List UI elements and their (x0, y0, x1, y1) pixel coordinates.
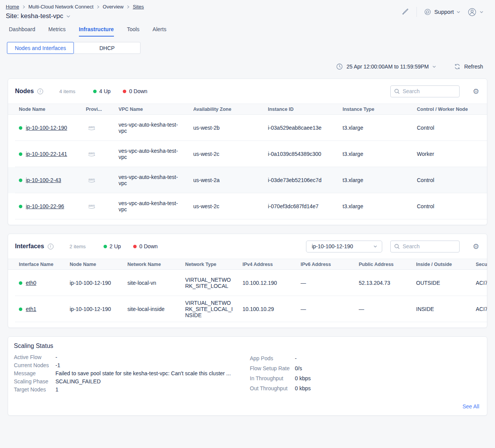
gear-icon[interactable]: ⚙ (473, 243, 479, 250)
breadcrumb-home-link[interactable]: Home (6, 4, 19, 10)
refresh-button[interactable]: Refresh (454, 63, 483, 70)
role-cell: Control (417, 177, 487, 183)
node-name-link[interactable]: ip-10-100-2-43 (26, 177, 61, 183)
node-name-cell: ip-10-100-12-190 (70, 280, 127, 286)
scaling-field: Target Nodes1 (14, 386, 250, 394)
col-ipv4-address: IPv4 Address (242, 262, 301, 267)
node-filter-select[interactable]: ip-10-100-12-190 (306, 241, 382, 252)
breadcrumb-mcn[interactable]: Multi-Cloud Network Connect (28, 4, 94, 10)
support-menu[interactable]: Support (424, 8, 460, 16)
scaling-field: MessageFailed to save pool state for sit… (14, 369, 250, 378)
account-menu[interactable] (467, 7, 483, 17)
site-title-chevron-down-icon[interactable] (66, 15, 70, 18)
clock-icon (336, 63, 343, 70)
node-row: ip-10-100-2-43 aws ves-vpc-auto-kesha-te… (8, 167, 487, 193)
svg-text:aws: aws (88, 177, 95, 181)
vpc-name-cell: ves-vpc-auto-kesha-test-vpc (119, 174, 193, 186)
interfaces-panel-header: Interfaces 2 items 2 Up 0 Down ip-10-100… (8, 234, 487, 259)
col-instance-type: Instance Type (343, 107, 417, 112)
node-status-dot (19, 152, 22, 156)
public-address-cell: 52.13.204.73 (359, 280, 416, 286)
interfaces-search-input[interactable] (403, 243, 456, 249)
interfaces-up-label: 2 Up (110, 243, 121, 249)
breadcrumb: Home Multi-Cloud Network Connect Overvie… (6, 4, 144, 10)
support-chevron-down-icon (457, 11, 460, 13)
instance-type-cell: t3.xlarge (343, 125, 417, 131)
breadcrumb-overview[interactable]: Overview (103, 4, 124, 10)
col-provider: Provi... (86, 107, 119, 112)
public-address-cell: — (359, 306, 416, 312)
node-status-dot (19, 205, 22, 208)
nodes-search-input[interactable] (403, 88, 456, 94)
nodes-up-down-status: 4 Up 0 Down (93, 88, 147, 94)
field-value: 1 (55, 386, 59, 394)
field-value: SCALING_FAILED (55, 378, 101, 386)
scaling-field: Out Throughput0 kbps (250, 383, 311, 393)
interfaces-title: Interfaces (15, 243, 44, 250)
account-chevron-down-icon (480, 11, 483, 13)
scaling-field: In Throughput0 kbps (250, 373, 311, 383)
interface-name-link[interactable]: eth0 (26, 280, 36, 286)
aws-logo-icon: aws (86, 203, 119, 210)
vpc-name-cell: ves-vpc-auto-kesha-test-vpc (119, 122, 193, 134)
refresh-icon (454, 63, 461, 70)
field-label: Target Nodes (14, 386, 55, 394)
instance-type-cell: t3.xlarge (343, 203, 417, 209)
pen-icon[interactable] (401, 8, 410, 16)
subtab-dhcp[interactable]: DHCP (74, 42, 140, 54)
scaling-field: Current Nodes-1 (14, 361, 250, 369)
nodes-down-label: 0 Down (129, 88, 147, 94)
node-name-link[interactable]: ip-10-100-12-190 (26, 125, 67, 131)
date-range-picker[interactable]: 25 Apr 12:00:00AM to 11:59:59PM (336, 63, 436, 70)
inside-outside-cell: INSIDE (416, 306, 476, 312)
see-all-link[interactable]: See All (462, 403, 479, 410)
field-label: Flow Setup Rate (250, 363, 295, 373)
chevron-right-icon (127, 5, 130, 9)
tab-metrics[interactable]: Metrics (48, 26, 66, 37)
tab-dashboard[interactable]: Dashboard (9, 26, 35, 37)
col-security: Securi (476, 262, 487, 267)
col-public-address: Public Address (359, 262, 416, 267)
search-icon (394, 244, 400, 249)
account-avatar-icon (467, 7, 477, 17)
scaling-status-body: Active Flow- Current Nodes-1 MessageFail… (8, 353, 487, 394)
top-bar-right: Support (401, 7, 487, 17)
node-status-dot (19, 179, 22, 182)
col-node-name: Node Name (70, 262, 127, 267)
subtab-nodes-and-interfaces[interactable]: Nodes and Interfaces (7, 42, 74, 54)
interfaces-down-label: 0 Down (139, 243, 157, 249)
tab-tools[interactable]: Tools (127, 26, 140, 37)
aws-logo-icon: aws (86, 150, 119, 158)
scaling-field: Flow Setup Rate0/s (250, 363, 311, 373)
scaling-field: App Pods- (250, 353, 311, 363)
ipv4-cell: 10.100.12.190 (242, 280, 301, 286)
field-value: Failed to save pool state for site kesha… (55, 369, 231, 378)
main-tabs: Dashboard Metrics Infrastructure Tools A… (0, 26, 495, 37)
network-name-cell: site-local-inside (127, 306, 185, 312)
interface-name-link[interactable]: eth1 (26, 306, 36, 312)
field-value: 0 kbps (295, 373, 311, 383)
tab-alerts[interactable]: Alerts (152, 26, 166, 37)
inside-outside-cell: OUTSIDE (416, 280, 476, 286)
page-title: Site: kesha-test-vpc (6, 12, 63, 20)
availability-zone-cell: us-west-2c (193, 203, 268, 209)
col-interface-name: Interface Name (19, 262, 70, 267)
node-name-link[interactable]: ip-10-100-22-141 (26, 151, 67, 157)
node-name-link[interactable]: ip-10-100-22-96 (26, 203, 64, 209)
scaling-left-column: Active Flow- Current Nodes-1 MessageFail… (14, 353, 250, 394)
toolbar: 25 Apr 12:00:00AM to 11:59:59PM Refresh (0, 63, 495, 70)
info-icon[interactable] (37, 89, 43, 94)
network-type-cell: VIRTUAL_NETWORK_SITE_LOCAL_INSIDE (185, 300, 242, 318)
up-status-dot (104, 245, 107, 248)
gear-icon[interactable]: ⚙ (473, 88, 479, 95)
date-range-chevron-down-icon (432, 65, 436, 68)
scaling-status-panel: Scaling Status Active Flow- Current Node… (8, 336, 487, 416)
instance-id-cell: i-03de73eb52106ec7d (268, 177, 343, 183)
info-icon[interactable] (48, 244, 54, 249)
tab-infrastructure[interactable]: Infrastructure (79, 26, 114, 37)
network-name-cell: site-local-vn (127, 280, 185, 286)
breadcrumb-sites-link[interactable]: Sites (133, 4, 144, 10)
refresh-label: Refresh (464, 64, 483, 70)
ipv6-cell: — (301, 306, 359, 312)
nodes-search (390, 85, 460, 97)
